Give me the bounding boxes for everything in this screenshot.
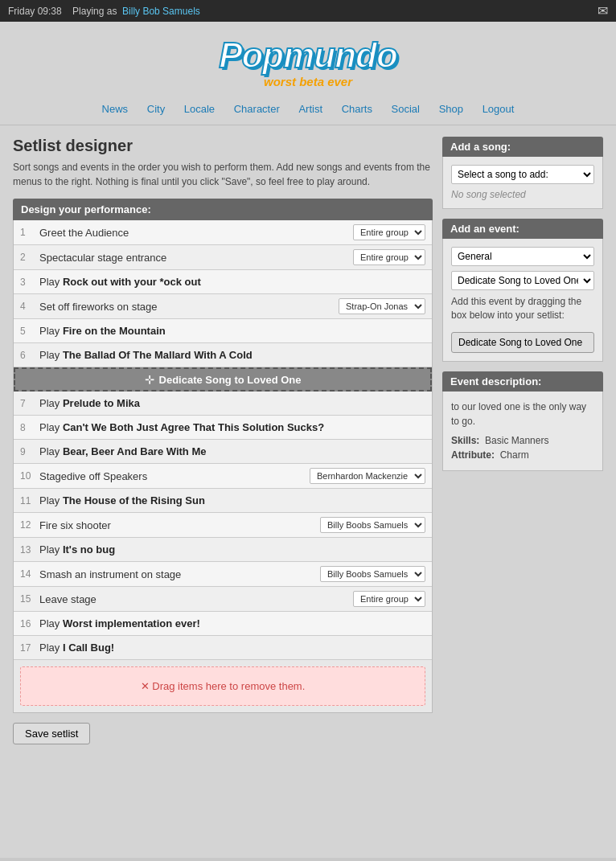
drop-zone[interactable]: ✕ Drag items here to remove them.: [20, 666, 425, 706]
performer-select[interactable]: Entire group: [353, 224, 425, 240]
datetime: Friday 09:38: [8, 6, 62, 17]
performer-select[interactable]: Strap-On Jonas: [339, 298, 425, 314]
setlist-item: 10 Stagedive off Speakers Bernhardon Mac…: [14, 464, 432, 489]
drag-item-label: Dedicate Song to Loved One: [159, 374, 302, 386]
add-song-header: Add a song:: [442, 137, 603, 157]
setlist-item: 14 Smash an instrument on stage Billy Bo…: [14, 562, 432, 587]
setlist-item: 4 Set off fireworks on stage Strap-On Jo…: [14, 294, 432, 319]
setlist-item: 5 Play Fire on the Mountain: [14, 319, 432, 343]
item-number: 6: [20, 350, 35, 361]
item-number: 1: [20, 227, 35, 238]
item-number: 14: [20, 568, 35, 580]
logo-area: Popmundo worst beta ever: [0, 22, 616, 96]
event-desc-header: Event description:: [442, 371, 603, 392]
item-label: Fire six shooter: [39, 519, 320, 531]
item-label: Play Worst implementation ever!: [39, 617, 425, 629]
event-drag-button[interactable]: Dedicate Song to Loved One: [451, 332, 594, 353]
nav-city[interactable]: City: [147, 103, 165, 115]
setlist-item: 17 Play I Call Bug!: [14, 636, 432, 660]
logo-name: Popmundo: [219, 36, 397, 75]
setlist-item: 15 Leave stage Entire group: [14, 587, 432, 612]
item-label: Smash an instrument on stage: [39, 568, 320, 580]
nav-shop[interactable]: Shop: [439, 103, 463, 115]
item-label: Stagedive off Speakers: [39, 470, 310, 482]
item-label: Play I Call Bug!: [39, 642, 425, 654]
item-number: 12: [20, 519, 35, 531]
top-bar-info: Friday 09:38 Playing as Billy Bob Samuel…: [8, 6, 200, 17]
performer-select[interactable]: Bernhardon Mackenzie: [310, 468, 425, 484]
setlist-body: 1 Greet the Audience Entire group 2 Spec…: [13, 220, 433, 713]
setlist-item: 16 Play Worst implementation ever!: [14, 612, 432, 636]
add-event-body: General Dedicate Song to Loved One Add t…: [442, 239, 603, 362]
performer-select[interactable]: Entire group: [353, 591, 425, 607]
item-number: 10: [20, 470, 35, 482]
setlist-item: 2 Spectacular stage entrance Entire grou…: [14, 245, 432, 270]
nav-charts[interactable]: Charts: [342, 103, 372, 115]
event-instruction: Add this event by dragging the box below…: [451, 295, 594, 322]
event-desc-paragraph: to our loved one is the only way to go.: [451, 400, 594, 428]
event-desc-text: to our loved one is the only way to go. …: [451, 400, 594, 462]
event-type-select[interactable]: General: [451, 247, 594, 266]
add-song-select[interactable]: Select a song to add:: [451, 165, 594, 184]
setlist-item: 3 Play Rock out with your *ock out: [14, 270, 432, 294]
event-desc-section: Event description: to our loved one is t…: [442, 371, 603, 471]
drag-setlist-item[interactable]: ⊹ Dedicate Song to Loved One: [14, 367, 432, 392]
event-name-select[interactable]: Dedicate Song to Loved One: [451, 271, 594, 290]
page-description: Sort songs and events in the order you w…: [13, 160, 433, 189]
event-skills: Skills: Basic Manners: [451, 433, 594, 448]
left-panel: Setlist designer Sort songs and events i…: [13, 137, 433, 744]
item-number: 17: [20, 642, 35, 654]
setlist-item: 9 Play Bear, Beer And Bare With Me: [14, 440, 432, 464]
item-label: Greet the Audience: [39, 227, 353, 239]
setlist-item: 7 Play Prelude to Mika: [14, 392, 432, 416]
item-number: 13: [20, 544, 35, 556]
event-attribute: Attribute: Charm: [451, 448, 594, 462]
nav-news[interactable]: News: [102, 103, 129, 115]
skills-value: Basic Manners: [485, 435, 548, 446]
add-event-header: Add an event:: [442, 219, 603, 239]
page-title: Setlist designer: [13, 137, 433, 155]
no-song-text: No song selected: [451, 189, 594, 200]
top-bar: Friday 09:38 Playing as Billy Bob Samuel…: [0, 0, 616, 22]
item-number: 16: [20, 618, 35, 629]
item-number: 15: [20, 593, 35, 605]
attribute-label: Attribute:: [451, 449, 495, 461]
player-name-link[interactable]: Billy Bob Samuels: [122, 6, 200, 17]
logo-container: Popmundo worst beta ever: [219, 36, 397, 88]
nav-logout[interactable]: Logout: [483, 103, 515, 115]
item-number: 8: [20, 422, 35, 433]
performer-select[interactable]: Billy Boobs Samuels: [320, 566, 425, 582]
nav-artist[interactable]: Artist: [298, 103, 322, 115]
save-setlist-button[interactable]: Save setlist: [13, 723, 90, 744]
content-area: Setlist designer Sort songs and events i…: [0, 125, 616, 756]
performer-select[interactable]: Entire group: [353, 249, 425, 265]
item-number: 5: [20, 326, 35, 337]
nav-locale[interactable]: Locale: [184, 103, 215, 115]
nav: News City Locale Character Artist Charts…: [0, 96, 616, 125]
nav-character[interactable]: Character: [234, 103, 280, 115]
main-wrapper: Popmundo worst beta ever News City Local…: [0, 22, 616, 858]
item-number: 11: [20, 495, 35, 506]
item-label: Play Bear, Beer And Bare With Me: [39, 445, 425, 457]
setlist-header: Design your performance:: [13, 199, 433, 220]
setlist-item: 13 Play It's no bug: [14, 538, 432, 562]
item-label: Play It's no bug: [39, 543, 425, 556]
add-song-body: Select a song to add: No song selected: [442, 157, 603, 209]
item-label: Play Fire on the Mountain: [39, 325, 425, 337]
setlist-item: 11 Play The House of the Rising Sun: [14, 489, 432, 513]
item-label: Play Rock out with your *ock out: [39, 276, 425, 288]
right-panel: Add a song: Select a song to add: No son…: [442, 137, 603, 481]
item-label: Play Prelude to Mika: [39, 397, 425, 409]
add-event-section: Add an event: General Dedicate Song to L…: [442, 219, 603, 362]
item-label: Play Can't We Both Just Agree That This …: [39, 421, 425, 433]
item-number: 7: [20, 398, 35, 409]
mail-icon[interactable]: ✉: [598, 3, 608, 18]
setlist-item: 6 Play The Ballad Of The Mallard With A …: [14, 343, 432, 367]
event-desc-body: to our loved one is the only way to go. …: [442, 392, 603, 471]
item-number: 4: [20, 301, 35, 312]
nav-social[interactable]: Social: [392, 103, 420, 115]
logo-tagline: worst beta ever: [219, 75, 397, 88]
setlist-item: 8 Play Can't We Both Just Agree That Thi…: [14, 416, 432, 440]
item-label: Set off fireworks on stage: [39, 301, 339, 313]
performer-select[interactable]: Billy Boobs Samuels: [320, 517, 425, 533]
